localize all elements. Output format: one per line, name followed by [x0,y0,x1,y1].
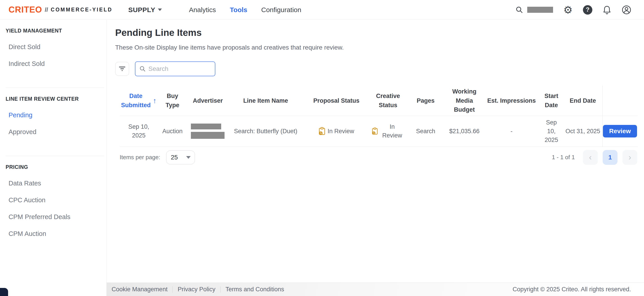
footer-link-cookie-management[interactable]: Cookie Management [112,286,168,293]
filter-button[interactable] [115,62,129,76]
page-1-button[interactable]: 1 [603,150,618,165]
top-bar: CRITEO // COMMERCE-YIELD SUPPLY Analytic… [0,0,644,20]
criteo-logo: CRITEO // COMMERCE-YIELD [8,5,112,14]
cell-start-date: Sep 10, 2025 [540,116,563,147]
search-icon [140,66,146,72]
sidebar-item-pending[interactable]: Pending [8,112,106,119]
redacted-account-name [527,7,553,13]
bell-icon[interactable] [603,5,611,14]
sidebar-item-data-rates[interactable]: Data Rates [8,180,106,187]
supply-menu-label: SUPPLY [128,6,155,14]
review-button[interactable]: Review [603,125,637,138]
page-subtitle: These On-site Display line items have pr… [115,44,638,51]
search-input[interactable] [148,65,211,72]
sidebar-section-line-item-review-center: LINE ITEM REVIEW CENTER [6,96,106,102]
column-header-pages[interactable]: Pages [406,95,445,107]
nav-configuration[interactable]: Configuration [261,6,301,14]
supply-menu[interactable]: SUPPLY [128,6,162,14]
sidebar-divider [6,156,104,156]
footer-link-divider [172,286,173,293]
search-icon[interactable] [516,6,523,14]
table-row: Sep 10, 2025 Auction Search: Butterfly (… [120,116,638,147]
topbar-actions: ⚙ ? [516,5,632,15]
footer-link-divider [220,286,220,293]
copyright-text: Copyright © 2025 Criteo. All rights rese… [513,286,631,293]
chat-widget-corner[interactable] [0,288,8,296]
cell-creative-status: In Review [370,120,406,142]
chevron-down-icon [186,156,191,159]
commerce-yield-wordmark: COMMERCE-YIELD [51,7,112,13]
sidebar-section-pricing: PRICING [6,164,106,170]
clipboard-clock-icon [372,127,378,135]
items-per-page-label: Items per page: [120,154,160,161]
footer-link-privacy-policy[interactable]: Privacy Policy [178,286,215,293]
sidebar: YIELD MANAGEMENT Direct Sold Indirect So… [0,20,107,296]
table-toolbar [115,61,638,76]
pending-line-items-table: Date Submitted ↑ Buy Type Advertiser Lin… [115,86,638,165]
top-nav: Analytics Tools Configuration [189,6,301,14]
items-per-page-select[interactable]: 25 [166,150,195,164]
footer: Cookie Management Privacy Policy Terms a… [107,283,644,296]
pagination-range: 1 - 1 of 1 [552,154,575,161]
cell-end-date: Oct 31, 2025 [563,125,602,138]
column-header-actions [602,86,637,116]
column-header-creative-status[interactable]: Creative Status [370,90,406,111]
sidebar-item-cpc-auction[interactable]: CPC Auction [8,196,106,204]
nav-analytics[interactable]: Analytics [189,6,216,14]
pagination-controls: 1 - 1 of 1 ‹ 1 › [552,150,637,165]
column-header-line-item-name[interactable]: Line Item Name [228,95,303,107]
items-per-page-value: 25 [171,154,178,161]
column-header-date-submitted[interactable]: Date Submitted ↑ [120,90,158,111]
gear-icon[interactable]: ⚙ [564,5,572,15]
previous-page-button[interactable]: ‹ [583,150,598,165]
cell-buy-type: Auction [158,125,187,138]
help-icon[interactable]: ? [583,5,592,14]
page-title: Pending Line Items [115,27,638,38]
pagination-bar: Items per page: 25 1 - 1 of 1 ‹ 1 › [120,150,638,165]
main-area: Pending Line Items These On-site Display… [107,20,644,296]
column-header-start-date[interactable]: Start Date [540,90,563,111]
cell-line-item-name: Search: Butterfly (Duet) [228,125,303,138]
sidebar-item-cpm-auction[interactable]: CPM Auction [8,230,106,237]
sidebar-item-direct-sold[interactable]: Direct Sold [8,43,106,51]
column-header-advertiser[interactable]: Advertiser [187,95,228,107]
cell-pages: Search [406,125,445,138]
cell-est-impressions: - [484,125,540,138]
clipboard-clock-icon [319,127,325,135]
footer-link-terms-and-conditions[interactable]: Terms and Conditions [226,286,284,293]
sidebar-divider [6,88,104,88]
sidebar-item-approved[interactable]: Approved [8,128,106,136]
column-header-est-impressions[interactable]: Est. Impressions [484,95,540,107]
cell-proposal-status: In Review [303,125,370,138]
account-icon[interactable] [622,5,632,15]
creative-status-text: In Review [380,123,404,140]
cell-working-media-budget: $21,035.66 [445,125,484,138]
search-field [135,61,215,76]
proposal-status-text: In Review [328,127,354,136]
sidebar-section-yield-management: YIELD MANAGEMENT [6,28,106,34]
cell-advertiser [187,121,228,141]
column-header-buy-type[interactable]: Buy Type [158,90,187,111]
topbar-search-group [516,6,553,14]
sidebar-item-indirect-sold[interactable]: Indirect Sold [8,60,106,67]
cell-date-submitted: Sep 10, 2025 [120,120,158,142]
column-header-working-media-budget[interactable]: Working Media Budget [445,86,484,116]
footer-links: Cookie Management Privacy Policy Terms a… [112,286,284,293]
cell-actions: Review [602,116,637,147]
filter-list-icon [119,66,126,72]
column-header-end-date[interactable]: End Date [563,95,602,107]
chevron-down-icon [158,8,162,11]
next-page-button[interactable]: › [622,150,637,165]
table-header-row: Date Submitted ↑ Buy Type Advertiser Lin… [120,86,638,116]
column-header-proposal-status[interactable]: Proposal Status [303,95,370,107]
help-glyph: ? [583,5,592,14]
sidebar-item-cpm-preferred-deals[interactable]: CPM Preferred Deals [8,213,106,221]
criteo-brand: CRITEO [8,5,42,14]
nav-tools[interactable]: Tools [230,6,247,14]
redacted-advertiser [191,124,225,139]
sort-asc-icon: ↑ [153,95,156,106]
logo-separator: // [45,6,48,13]
